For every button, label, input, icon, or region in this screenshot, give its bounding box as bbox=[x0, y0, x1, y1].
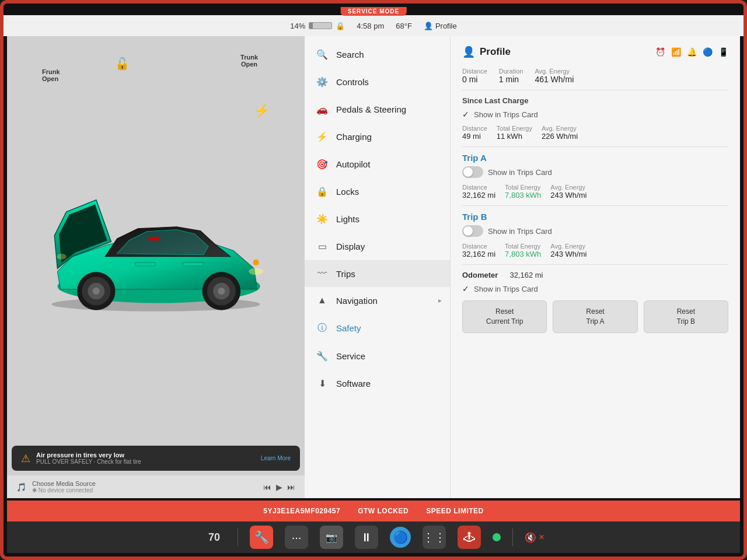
odometer-checkmark-icon: ✓ bbox=[462, 284, 469, 293]
trip-b-toggle[interactable] bbox=[462, 225, 483, 237]
trips-icon: 〰 bbox=[316, 268, 328, 279]
odometer-checkbox-row: ✓ Show in Trips Card bbox=[462, 284, 728, 293]
duration-value: 1 min bbox=[499, 75, 523, 84]
navigation-arrow: ▸ bbox=[438, 296, 442, 304]
odometer-value: 32,162 mi bbox=[509, 271, 543, 279]
play-button[interactable]: ▶ bbox=[276, 482, 282, 492]
bell-icon: 🔔 bbox=[687, 47, 697, 57]
volume-control[interactable]: 🔇 ✕ bbox=[525, 532, 544, 543]
taskbar-sep2 bbox=[512, 528, 513, 546]
car-illustration bbox=[19, 42, 293, 429]
menu-item-locks[interactable]: 🔒 Locks bbox=[305, 178, 450, 205]
since-last-charge-show-label[interactable]: Show in Trips Card bbox=[474, 110, 538, 119]
duration-stat: Duration 1 min bbox=[499, 68, 523, 84]
distance-stat: Distance 0 mi bbox=[462, 68, 487, 84]
battery-fill bbox=[309, 23, 312, 29]
menu-item-charging[interactable]: ⚡ Charging bbox=[305, 123, 450, 150]
menu-item-search[interactable]: 🔍 Search bbox=[305, 41, 450, 68]
menu-label-controls: Controls bbox=[336, 77, 369, 87]
menu-item-lights[interactable]: ☀️ Lights bbox=[305, 205, 450, 233]
avg-energy-stat: Avg. Energy 461 Wh/mi bbox=[535, 68, 574, 84]
trip-a-toggle[interactable] bbox=[462, 166, 483, 178]
reset-trip-b-button[interactable]: ResetTrip B bbox=[644, 300, 728, 333]
toggle-knob bbox=[463, 167, 473, 177]
next-button[interactable]: ⏭ bbox=[287, 482, 295, 492]
menu-label-locks: Locks bbox=[336, 187, 359, 197]
toolkit-button[interactable]: 🔧 bbox=[250, 526, 273, 549]
service-mode-bar: SERVICE MODE bbox=[341, 7, 407, 16]
reset-current-trip-button[interactable]: ResetCurrent Trip bbox=[462, 300, 547, 333]
trip-a-toggle-row: Show in Trips Card bbox=[462, 166, 728, 178]
svg-point-5 bbox=[93, 288, 100, 295]
menu-item-software[interactable]: ⬇ Software bbox=[305, 370, 450, 397]
menu-item-autopilot[interactable]: 🎯 Autopilot bbox=[305, 150, 450, 178]
since-last-charge-checkbox-row: ✓ Show in Trips Card bbox=[462, 110, 728, 119]
distance-label: Distance bbox=[462, 68, 487, 75]
menu-item-safety[interactable]: ⓘ Safety bbox=[305, 314, 450, 342]
bottom-status-bar: 5YJ3E1EA5MF029457 GTW LOCKED SPEED LIMIT… bbox=[7, 501, 740, 522]
charging-icon: ⚡ bbox=[316, 131, 328, 142]
menu-item-controls[interactable]: ⚙️ Controls bbox=[305, 68, 450, 96]
reset-trip-a-button[interactable]: ResetTrip A bbox=[553, 300, 637, 333]
music-icon: 🎵 bbox=[16, 482, 26, 492]
tb-total-energy: Total Energy 7,803 kWh bbox=[505, 243, 541, 258]
svg-rect-14 bbox=[149, 237, 159, 240]
avg-energy-label: Avg. Energy bbox=[535, 68, 574, 75]
menu-label-software: Software bbox=[336, 379, 371, 388]
menu-item-pedals[interactable]: 🚗 Pedals & Steering bbox=[305, 96, 450, 123]
media-info: Choose Media Source ✱ No device connecte… bbox=[32, 480, 96, 494]
gtw-status: GTW LOCKED bbox=[358, 507, 409, 515]
trips-panel: 👤 Profile ⏰ 📶 🔔 🔵 📱 Distance 0 mi bbox=[451, 36, 740, 498]
menu-item-display[interactable]: ▭ Display bbox=[305, 233, 450, 260]
menu-item-trips[interactable]: 〰 Trips bbox=[305, 260, 450, 287]
dots-button[interactable]: ··· bbox=[285, 526, 308, 549]
camera-button[interactable]: 📷 bbox=[320, 526, 343, 549]
since-last-charge-title: Since Last Charge bbox=[462, 96, 728, 105]
divider2 bbox=[462, 146, 728, 147]
avg-energy-value: 461 Wh/mi bbox=[535, 75, 574, 84]
status-icons-row: ⏰ 📶 🔔 🔵 📱 bbox=[655, 47, 728, 57]
left-panel: Frunk Open Trunk Open 🔓 ⚡ bbox=[7, 36, 305, 498]
taskbar-sep1 bbox=[238, 528, 238, 546]
profile-icon: 👤 bbox=[462, 46, 475, 58]
bluetooth-icon: 🔵 bbox=[393, 530, 408, 544]
since-last-charge-stats: Distance 49 mi Total Energy 11 kWh Avg. … bbox=[462, 125, 728, 141]
bluetooth-icon: 🔵 bbox=[703, 47, 713, 57]
grid-button[interactable]: ⋮⋮ bbox=[423, 526, 446, 549]
divider1 bbox=[462, 90, 728, 90]
volume-icon: 🔇 bbox=[525, 532, 536, 543]
bluetooth-taskbar-button[interactable]: 🔵 bbox=[390, 527, 411, 548]
media-device: ✱ No device connected bbox=[32, 487, 96, 494]
media-controls: ⏮ ▶ ⏭ bbox=[263, 482, 295, 492]
menu-label-autopilot: Autopilot bbox=[336, 159, 370, 169]
toggle-knob-b bbox=[463, 226, 473, 236]
alert-text: Air pressure in tires very low PULL OVER… bbox=[36, 452, 255, 465]
joystick-button[interactable]: 🕹 bbox=[458, 526, 481, 549]
speed-limit-status: SPEED LIMITED bbox=[426, 507, 484, 515]
menu-label-service: Service bbox=[336, 351, 365, 361]
media-bar: 🎵 Choose Media Source ✱ No device connec… bbox=[7, 475, 305, 498]
tb-distance: Distance 32,162 mi bbox=[462, 243, 495, 258]
pause-button[interactable]: ⏸ bbox=[355, 526, 378, 549]
trip-a-show-label[interactable]: Show in Trips Card bbox=[488, 168, 552, 177]
menu-item-navigation[interactable]: ▲ Navigation ▸ bbox=[305, 287, 450, 314]
lights-icon: ☀️ bbox=[316, 214, 328, 225]
signal-icon: 📱 bbox=[718, 47, 728, 57]
menu-item-service[interactable]: 🔧 Service bbox=[305, 342, 450, 370]
distance-value: 0 mi bbox=[462, 75, 487, 84]
locks-icon: 🔒 bbox=[316, 186, 328, 197]
navigation-icon: ▲ bbox=[316, 295, 328, 306]
trip-b-show-label[interactable]: Show in Trips Card bbox=[488, 227, 552, 236]
profile-status[interactable]: 👤 Profile bbox=[424, 22, 457, 30]
autopilot-icon: 🎯 bbox=[316, 159, 328, 170]
current-trip-stats: Distance 0 mi Duration 1 min Avg. Energy… bbox=[462, 68, 728, 84]
menu-label-display: Display bbox=[336, 242, 365, 251]
odometer-show-label[interactable]: Show in Trips Card bbox=[474, 285, 538, 293]
prev-button[interactable]: ⏮ bbox=[263, 482, 271, 492]
menu-label-search: Search bbox=[336, 50, 364, 60]
learn-more-link[interactable]: Learn More bbox=[261, 455, 291, 461]
trip-b-toggle-row: Show in Trips Card bbox=[462, 225, 728, 237]
menu-label-pedals: Pedals & Steering bbox=[336, 104, 406, 114]
divider3 bbox=[462, 205, 728, 206]
trips-title: Profile bbox=[480, 46, 511, 58]
